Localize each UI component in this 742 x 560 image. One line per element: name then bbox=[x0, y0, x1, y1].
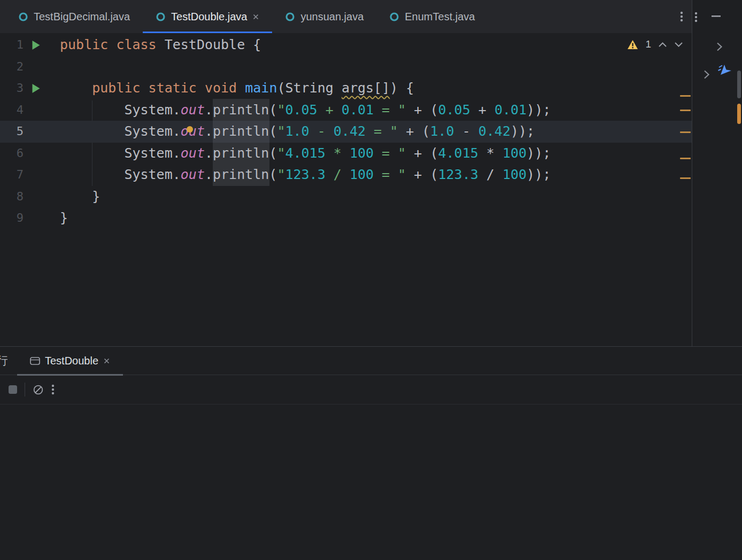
more-options-icon[interactable] bbox=[51, 383, 55, 396]
line-number: 2 bbox=[0, 56, 24, 78]
gutter bbox=[24, 77, 58, 99]
code-line-5: 5 System.out.println("1.0 - 0.42 = " + (… bbox=[0, 121, 692, 143]
code-editor[interactable]: 1public class TestDouble {23 public stat… bbox=[0, 33, 692, 346]
code-line-7: 7 System.out.println("123.3 / 100 = " + … bbox=[0, 164, 692, 186]
chevron-right-icon[interactable] bbox=[716, 42, 723, 52]
code-text: System.out.println("4.015 * 100 = " + (4… bbox=[58, 143, 551, 165]
more-options-icon[interactable] bbox=[694, 11, 698, 24]
stripe-mark[interactable] bbox=[680, 131, 691, 133]
stripe-mark[interactable] bbox=[680, 177, 691, 179]
warning-icon bbox=[627, 40, 638, 50]
line-number: 6 bbox=[0, 143, 24, 165]
code-line-1: 1public class TestDouble { bbox=[0, 34, 692, 56]
java-class-icon bbox=[285, 12, 295, 22]
pointer-cursor-icon[interactable] bbox=[717, 62, 732, 77]
line-number: 8 bbox=[0, 186, 24, 208]
code-text bbox=[58, 56, 60, 78]
code-text: } bbox=[58, 207, 68, 229]
editor-tabs: TestBigDecimal.javaTestDouble.javayunsua… bbox=[0, 0, 488, 33]
error-stripe-mark[interactable] bbox=[737, 104, 741, 124]
line-number: 1 bbox=[0, 34, 24, 56]
code-text: public static void main(String args[]) { bbox=[58, 77, 414, 99]
tab-label: EnumTest.java bbox=[405, 11, 475, 23]
code-line-6: 6 System.out.println("4.015 * 100 = " + … bbox=[0, 143, 692, 165]
close-icon[interactable] bbox=[252, 13, 259, 20]
scrollbar-thumb[interactable] bbox=[737, 71, 741, 98]
java-class-icon bbox=[156, 12, 166, 22]
line-number: 5 bbox=[0, 121, 24, 143]
console-icon bbox=[30, 356, 40, 365]
stop-icon[interactable] bbox=[9, 385, 17, 394]
stripe-mark[interactable] bbox=[680, 95, 691, 97]
code-text: System.out.println("1.0 - 0.42 = " + (1.… bbox=[58, 121, 535, 143]
gutter bbox=[24, 143, 58, 165]
code-line-9: 9} bbox=[0, 207, 692, 229]
code-line-2: 2 bbox=[0, 56, 692, 78]
hide-window-icon[interactable] bbox=[712, 15, 721, 18]
gutter bbox=[24, 186, 58, 208]
code-line-4: 4 System.out.println("0.05 + 0.01 = " + … bbox=[0, 99, 692, 121]
code-text: System.out.println("0.05 + 0.01 = " + (0… bbox=[58, 99, 551, 121]
stripe-mark[interactable] bbox=[680, 158, 691, 159]
code-line-8: 8 } bbox=[0, 186, 692, 208]
line-number: 4 bbox=[0, 99, 24, 121]
tab-TestBigDecimal.java[interactable]: TestBigDecimal.java bbox=[5, 0, 143, 33]
prev-problem-icon[interactable] bbox=[658, 42, 667, 48]
run-console-tab[interactable]: TestDouble bbox=[21, 347, 119, 375]
tab-TestDouble.java[interactable]: TestDouble.java bbox=[143, 0, 272, 33]
run-console-tab-label: TestDouble bbox=[45, 355, 98, 367]
run-panel-title: 运行 bbox=[0, 353, 7, 369]
gutter bbox=[24, 207, 58, 229]
more-options-icon[interactable] bbox=[680, 10, 683, 23]
editor-right-strip bbox=[692, 0, 742, 346]
tab-label: TestBigDecimal.java bbox=[34, 11, 130, 23]
run-icon[interactable] bbox=[30, 83, 41, 94]
gutter bbox=[24, 121, 58, 143]
editor-tab-bar: TestBigDecimal.javaTestDouble.javayunsua… bbox=[0, 0, 692, 33]
code-line-3: 3 public static void main(String args[])… bbox=[0, 77, 692, 99]
toolbar-separator bbox=[25, 383, 25, 396]
line-number: 9 bbox=[0, 207, 24, 229]
run-icon[interactable] bbox=[30, 40, 41, 51]
gutter bbox=[24, 34, 58, 56]
identifier-usage-highlight bbox=[213, 99, 269, 186]
line-number: 7 bbox=[0, 164, 24, 186]
code-text: public class TestDouble { bbox=[58, 34, 261, 56]
close-icon[interactable] bbox=[103, 357, 110, 364]
gutter bbox=[24, 99, 58, 121]
run-panel-header: 运行 TestDouble bbox=[0, 347, 742, 375]
code-text: System.out.println("123.3 / 100 = " + (1… bbox=[58, 164, 551, 186]
gutter bbox=[24, 56, 58, 78]
code-text: } bbox=[58, 186, 100, 208]
tab-label: TestDouble.java bbox=[171, 11, 247, 23]
run-tool-window: 运行 TestDouble D:\d bbox=[0, 346, 742, 560]
chevron-right-icon[interactable] bbox=[703, 69, 710, 80]
run-toolbar bbox=[0, 375, 742, 405]
tab-label: yunsuan.java bbox=[300, 11, 364, 23]
inspections-widget[interactable]: 1 bbox=[627, 38, 683, 50]
clear-output-icon[interactable] bbox=[33, 384, 44, 395]
tab-yunsuan.java[interactable]: yunsuan.java bbox=[272, 0, 376, 33]
stripe-mark[interactable] bbox=[680, 110, 691, 111]
next-problem-icon[interactable] bbox=[674, 42, 683, 48]
java-class-icon bbox=[389, 12, 399, 22]
intellij-window: TestBigDecimal.javaTestDouble.javayunsua… bbox=[0, 0, 742, 560]
warning-count: 1 bbox=[645, 38, 651, 50]
java-class-icon bbox=[18, 12, 28, 22]
line-number: 3 bbox=[0, 77, 24, 99]
tab-EnumTest.java[interactable]: EnumTest.java bbox=[376, 0, 488, 33]
intention-bulb-icon[interactable] bbox=[187, 126, 193, 133]
gutter bbox=[24, 164, 58, 186]
